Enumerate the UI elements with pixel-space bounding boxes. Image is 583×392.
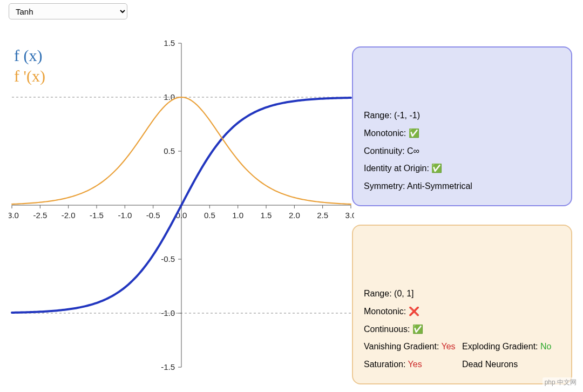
x-tick-label: -1.5 [90,211,104,220]
info-fp-split-cell: Dead Neurons [462,356,560,374]
info-fp-value: (0, 1] [394,289,413,298]
check-icon: ✅ [409,129,419,138]
status-value: No [540,342,551,351]
x-tick-label: -3.0 [9,211,19,220]
info-fp-label: Dead Neurons [462,360,518,369]
status-value: Yes [442,342,456,351]
check-icon: ✅ [431,164,442,173]
check-icon: ✅ [412,325,423,334]
function-plot: -3.0-2.5-2.0-1.5-1.0-0.50.00.51.01.52.02… [9,38,354,383]
y-tick-label: 0.5 [164,146,175,156]
info-fp-label: Saturation: [364,360,408,369]
function-select[interactable]: Tanh [9,3,127,19]
x-tick-label: 1.5 [261,211,272,220]
y-tick-label: 1.0 [164,92,175,102]
info-f-label: Monotonic: [364,129,409,138]
info-panel-f: Range: (-1, -1)Monotonic: ✅Continuity: C… [352,46,572,206]
y-tick-label: 1.5 [164,38,175,48]
x-tick-label: 2.5 [317,211,328,220]
y-tick-label: -1.0 [161,308,175,317]
x-tick-label: -1.0 [118,211,132,220]
x-tick-label: 0.5 [204,211,215,220]
info-fp-label: Continuous: [364,325,412,334]
info-fp-label: Monotonic: [364,307,409,316]
x-tick-label: 2.0 [289,211,300,220]
x-tick-label: -2.0 [62,211,76,220]
y-tick-label: -1.5 [161,362,175,371]
y-tick-label: -0.5 [161,254,175,263]
chart-legend: f (x) f '(x) [14,45,45,86]
info-f-value: C∞ [407,146,419,156]
info-fp-label: Range: [364,289,394,298]
legend-item-fp: f '(x) [14,66,45,86]
info-f-row: Monotonic: ✅ [364,125,560,143]
info-f-value: Anti-Symmetrical [407,181,472,191]
x-tick-label: -0.5 [146,211,160,220]
info-f-row: Continuity: C∞ [364,143,560,160]
info-fp-split-row: Vanishing Gradient: YesExploding Gradien… [364,338,560,356]
x-tick-label: 3.0 [345,211,354,220]
info-f-row: Symmetry: Anti-Symmetrical [364,178,560,195]
info-fp-label: Exploding Gradient: [462,342,540,351]
info-f-row: Range: (-1, -1) [364,107,560,125]
watermark: php 中文网 [543,377,579,388]
info-f-row: Identity at Origin: ✅ [364,160,560,178]
info-f-label: Range: [364,111,394,120]
info-fp-split-cell: Saturation: Yes [364,356,462,374]
info-fp-split-cell: Exploding Gradient: No [462,338,560,356]
info-fp-row: Monotonic: ❌ [364,303,560,321]
legend-item-f: f (x) [14,45,45,66]
info-fp-split-cell: Vanishing Gradient: Yes [364,338,462,356]
info-f-label: Continuity: [364,146,407,156]
info-panel-f-prime: Range: (0, 1]Monotonic: ❌Continuous: ✅ V… [352,225,572,384]
x-tick-label: -2.5 [33,211,47,220]
info-f-label: Symmetry: [364,181,407,191]
x-tick-label: 1.0 [232,211,243,220]
info-fp-row: Range: (0, 1] [364,285,560,303]
info-fp-label: Vanishing Gradient: [364,342,442,351]
info-fp-row: Continuous: ✅ [364,321,560,339]
info-f-value: (-1, -1) [394,111,420,120]
status-value: Yes [408,360,422,369]
info-f-label: Identity at Origin: [364,164,431,173]
info-fp-split-row: Saturation: YesDead Neurons [364,356,560,374]
cross-icon: ❌ [409,307,419,316]
